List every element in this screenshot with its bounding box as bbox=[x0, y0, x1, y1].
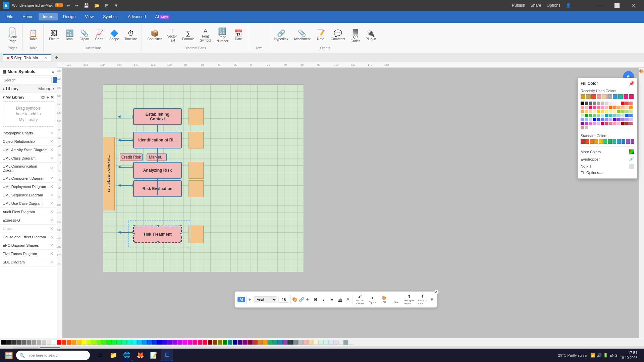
palette-swatch-75[interactable] bbox=[621, 122, 625, 125]
remove-uml-deployment-icon[interactable]: ✕ bbox=[49, 184, 54, 189]
std-color-purple-light[interactable] bbox=[626, 139, 630, 144]
shape-credit-risk[interactable]: Credit Risk bbox=[120, 154, 143, 161]
std-color-green[interactable] bbox=[603, 139, 607, 144]
sidebar-item-five-forces[interactable]: Five Forces Diagram ✕ bbox=[0, 250, 57, 258]
palette-swatch-23[interactable] bbox=[621, 106, 625, 109]
remove-lines-icon[interactable]: ✕ bbox=[49, 226, 54, 231]
new-window-button[interactable]: ⊞ bbox=[104, 2, 110, 9]
palette-swatch-47[interactable] bbox=[613, 114, 616, 117]
bar-color-1[interactable] bbox=[6, 340, 11, 345]
ribbon-blank-page[interactable]: 📄 BlankPage bbox=[6, 26, 19, 45]
my-library-close-icon[interactable]: ✕ bbox=[50, 95, 54, 100]
ribbon-date[interactable]: 📅 Date bbox=[232, 28, 245, 43]
bar-color-49[interactable] bbox=[248, 340, 253, 345]
palette-swatch-48[interactable] bbox=[617, 114, 621, 117]
sidebar-item-audit-flow[interactable]: Audit Flow Diagram ✕ bbox=[0, 208, 57, 216]
toolbar-bold-button[interactable]: B bbox=[312, 296, 319, 303]
toolbar-more-btn[interactable]: ▼ bbox=[430, 297, 434, 302]
toolbar-italic-button[interactable]: I bbox=[320, 296, 327, 303]
bar-color-32[interactable] bbox=[162, 340, 167, 345]
palette-swatch-36[interactable] bbox=[621, 110, 625, 113]
bar-color-68[interactable] bbox=[343, 340, 348, 345]
bar-color-2[interactable] bbox=[11, 340, 16, 345]
bar-color-45[interactable] bbox=[228, 340, 232, 345]
palette-swatch-16[interactable] bbox=[593, 106, 596, 109]
palette-swatch-38[interactable] bbox=[629, 110, 633, 113]
palette-swatch-21[interactable] bbox=[613, 106, 616, 109]
palette-swatch-26[interactable] bbox=[581, 110, 584, 113]
recent-color-5[interactable] bbox=[602, 94, 607, 99]
bar-color-61[interactable] bbox=[308, 340, 313, 345]
canvas-area[interactable]: Scrutinize and Check wi... ◀ ▶ ◀ ▶ ◀ bbox=[62, 68, 644, 338]
bar-color-8[interactable] bbox=[42, 340, 46, 345]
bar-color-27[interactable] bbox=[137, 340, 142, 345]
palette-swatch-4[interactable] bbox=[597, 102, 600, 105]
bar-color-36[interactable] bbox=[182, 340, 187, 345]
bar-color-10[interactable] bbox=[52, 340, 56, 345]
palette-swatch-79[interactable] bbox=[585, 126, 588, 129]
palette-swatch-35[interactable] bbox=[617, 110, 621, 113]
palette-swatch-66[interactable] bbox=[585, 122, 588, 125]
recent-color-7[interactable] bbox=[613, 94, 618, 99]
bar-color-22[interactable] bbox=[112, 340, 117, 345]
ribbon-icon[interactable]: 🔣 Icon bbox=[63, 28, 76, 43]
toolbar-style-icon[interactable]: ✦ bbox=[306, 297, 309, 302]
battery-icon[interactable]: 🔋 bbox=[603, 353, 608, 358]
publish-btn[interactable]: Publish bbox=[512, 3, 525, 8]
std-color-red-dark[interactable] bbox=[581, 139, 585, 144]
ribbon-formula[interactable]: ∑ Formula bbox=[180, 28, 197, 43]
ribbon-plugin[interactable]: 🔌 Plug-in bbox=[364, 28, 378, 43]
palette-swatch-69[interactable] bbox=[597, 122, 600, 125]
palette-swatch-19[interactable] bbox=[605, 106, 608, 109]
bar-color-52[interactable] bbox=[263, 340, 268, 345]
ribbon-timeline[interactable]: ⏱ Timeline bbox=[122, 28, 139, 43]
customize-button[interactable]: ▼ bbox=[113, 2, 120, 9]
pin-popup-button[interactable]: 📌 bbox=[629, 81, 634, 86]
std-color-orange[interactable] bbox=[590, 139, 594, 144]
ribbon-comment[interactable]: 💬 Comment bbox=[329, 28, 347, 43]
bar-color-60[interactable] bbox=[303, 340, 308, 345]
palette-swatch-33[interactable] bbox=[609, 110, 612, 113]
sidebar-item-cause-effect[interactable]: Cause and Effect Diagram ✕ bbox=[0, 233, 57, 241]
toolbar-send-to-back-button[interactable]: ⬇ Send toBack bbox=[416, 293, 428, 306]
palette-swatch-44[interactable] bbox=[601, 114, 604, 117]
palette-swatch-17[interactable] bbox=[597, 106, 600, 109]
palette-swatch-58[interactable] bbox=[605, 118, 608, 121]
toolbar-color-picker-icon[interactable]: 🎨 bbox=[292, 297, 298, 302]
more-colors-action[interactable]: More Colors bbox=[581, 148, 634, 156]
palette-swatch-3[interactable] bbox=[593, 102, 596, 105]
ribbon-table[interactable]: 📋 Table bbox=[27, 28, 40, 43]
bar-color-31[interactable] bbox=[157, 340, 162, 345]
bar-color-42[interactable] bbox=[213, 340, 217, 345]
palette-swatch-45[interactable] bbox=[605, 114, 608, 117]
palette-swatch-68[interactable] bbox=[593, 122, 596, 125]
bar-color-38[interactable] bbox=[193, 340, 197, 345]
bar-color-6[interactable] bbox=[32, 340, 36, 345]
sidebar-item-uml-sequence[interactable]: UML Sequence Diagram ✕ bbox=[0, 191, 57, 199]
palette-swatch-72[interactable] bbox=[609, 122, 612, 125]
bar-color-3[interactable] bbox=[16, 340, 21, 345]
menu-design[interactable]: Design bbox=[59, 13, 79, 20]
sidebar-item-express-g[interactable]: Express-G ✕ bbox=[0, 216, 57, 225]
tab-close-icon[interactable]: ✕ bbox=[44, 56, 47, 60]
collapse-sidebar-button[interactable]: « bbox=[52, 69, 54, 74]
palette-swatch-28[interactable] bbox=[589, 110, 592, 113]
recent-color-4[interactable] bbox=[597, 94, 601, 99]
palette-swatch-24[interactable] bbox=[625, 106, 629, 109]
remove-infographic-charts-icon[interactable]: ✕ bbox=[49, 131, 54, 135]
shape-market-risk[interactable]: Market... bbox=[147, 154, 167, 161]
volume-icon[interactable]: 🔊 bbox=[597, 353, 602, 358]
std-color-teal[interactable] bbox=[612, 139, 616, 144]
std-color-lime[interactable] bbox=[599, 139, 603, 144]
ribbon-attachment[interactable]: 📎 Attachment bbox=[291, 28, 313, 43]
ribbon-qr-codes[interactable]: ▦ QRCodes bbox=[348, 26, 362, 45]
toolbar-font-size[interactable] bbox=[278, 297, 289, 303]
palette-swatch-31[interactable] bbox=[601, 110, 604, 113]
toolbar-align-button[interactable]: ≡ bbox=[328, 296, 335, 303]
bar-color-9[interactable] bbox=[47, 340, 51, 345]
bar-color-37[interactable] bbox=[187, 340, 192, 345]
start-button[interactable]: 🪟 bbox=[3, 349, 15, 361]
palette-swatch-57[interactable] bbox=[601, 118, 604, 121]
toolbar-close-btn[interactable]: ✕ bbox=[434, 290, 439, 294]
bar-color-43[interactable] bbox=[218, 340, 222, 345]
